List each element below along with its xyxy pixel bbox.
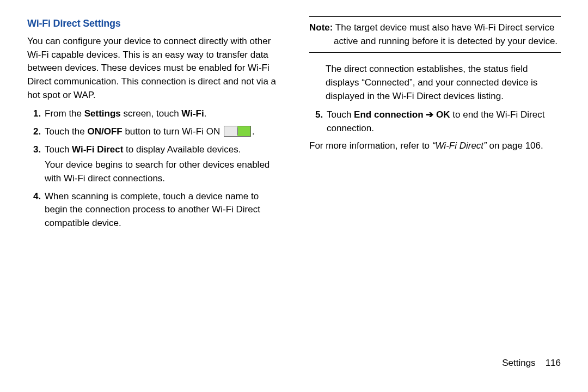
step-1-bold-wifi: Wi-Fi <box>181 108 204 119</box>
step-3-sub: Your device begins to search for other d… <box>45 158 279 185</box>
step-1-text-e: . <box>204 108 207 119</box>
note-content: Note: The target device must also have W… <box>309 21 561 48</box>
more-info-link: “Wi-Fi Direct” <box>432 140 487 151</box>
step-5: Touch End connection ➔ OK to end the Wi-… <box>326 108 561 135</box>
more-info-a: For more information, refer to <box>309 140 432 151</box>
step-5-bold-ok: OK <box>436 109 450 120</box>
step-2-text-d: . <box>252 126 255 137</box>
steps-list: From the Settings screen, touch Wi-Fi. T… <box>27 107 279 230</box>
more-info-c: on page 106. <box>487 140 543 151</box>
more-info: For more information, refer to “Wi-Fi Di… <box>309 139 561 153</box>
page-container: Wi-Fi Direct Settings You can configure … <box>0 0 588 392</box>
step-2: Touch the ON/OFF button to turn Wi-Fi ON… <box>44 125 279 139</box>
step-2-text-a: Touch the <box>45 126 87 137</box>
note-label: Note: <box>309 22 333 33</box>
step-1-bold-settings: Settings <box>84 108 121 119</box>
step-2-text-c: button to turn Wi-Fi ON <box>122 126 223 137</box>
step-3-bold-wifidirect: Wi-Fi Direct <box>72 144 123 155</box>
left-column: Wi-Fi Direct Settings You can configure … <box>16 16 294 387</box>
step-1-text-a: From the <box>45 108 84 119</box>
step-1-text-c: screen, touch <box>121 108 182 119</box>
step-4: When scanning is complete, touch a devic… <box>44 190 279 230</box>
right-column: Note: The target device must also have W… <box>294 16 572 387</box>
right-paragraph: The direct connection establishes, the s… <box>309 63 561 103</box>
note-text: The target device must also have Wi-Fi D… <box>333 22 558 46</box>
note-box: Note: The target device must also have W… <box>309 16 561 53</box>
step-5-bold-endconn: End connection <box>354 109 424 120</box>
wifi-switch-on-icon <box>224 126 251 137</box>
page-footer: Settings116 <box>502 357 561 370</box>
step-3-text-c: to display Available devices. <box>123 144 241 155</box>
step-3: Touch Wi-Fi Direct to display Available … <box>44 143 279 186</box>
arrow-icon: ➔ <box>424 109 436 120</box>
intro-paragraph: You can configure your device to connect… <box>27 35 279 102</box>
footer-page-number: 116 <box>546 358 561 368</box>
steps-list-continued: Touch End connection ➔ OK to end the Wi-… <box>309 108 561 135</box>
step-3-text-a: Touch <box>45 144 72 155</box>
step-1: From the Settings screen, touch Wi-Fi. <box>44 107 279 121</box>
footer-section: Settings <box>502 358 535 368</box>
section-heading: Wi-Fi Direct Settings <box>27 16 279 30</box>
step-5-text-a: Touch <box>327 109 354 120</box>
step-2-bold-onoff: ON/OFF <box>87 126 122 137</box>
